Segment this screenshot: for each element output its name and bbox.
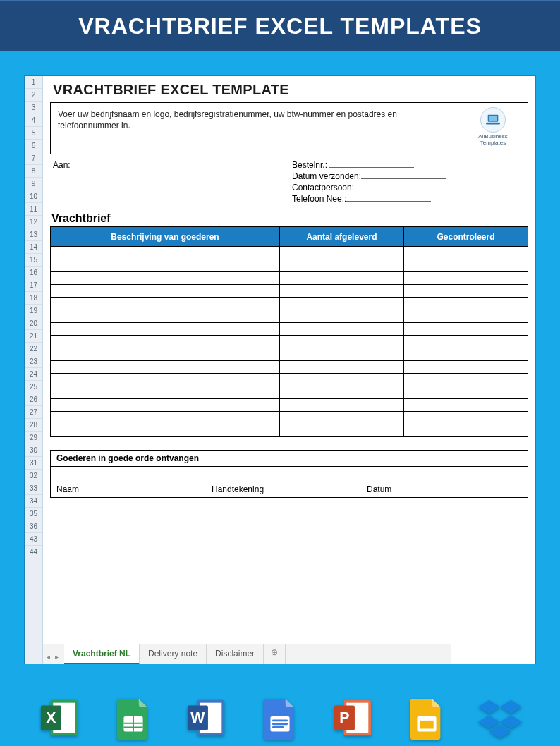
row-number[interactable]: 32 (25, 470, 42, 482)
row-number[interactable]: 31 (25, 457, 42, 470)
row-number[interactable]: 3 (25, 102, 42, 114)
app-icon-row: X W P (0, 690, 560, 746)
row-number[interactable]: 21 (25, 330, 42, 343)
table-row[interactable] (51, 259, 528, 272)
svg-marker-21 (478, 715, 500, 728)
table-row[interactable] (51, 285, 528, 298)
table-row[interactable] (51, 323, 528, 336)
row-number[interactable]: 25 (25, 381, 42, 393)
row-number[interactable]: 43 (25, 533, 42, 546)
gdocs-icon[interactable] (258, 696, 302, 740)
datum-field[interactable] (361, 172, 446, 179)
company-info-text: Voer uw bedrijfsnaam en logo, bedrijfsre… (58, 109, 397, 130)
svg-rect-18 (420, 721, 433, 729)
row-number[interactable]: 18 (25, 292, 42, 305)
row-number[interactable]: 12 (25, 216, 42, 228)
table-row[interactable] (51, 272, 528, 285)
row-number[interactable]: 35 (25, 508, 42, 520)
word-icon[interactable]: W (185, 696, 229, 740)
table-row[interactable] (51, 298, 528, 310)
bestelnr-field[interactable] (329, 161, 414, 168)
row-number[interactable]: 11 (25, 203, 42, 216)
allbusinesstemplates-badge: AllBusiness Templates (467, 107, 519, 147)
row-number[interactable]: 23 (25, 355, 42, 368)
title-bar: VRACHTBRIEF EXCEL TEMPLATES (0, 0, 560, 51)
tab-nav-arrows[interactable]: ◂▸ (44, 653, 60, 661)
row-number[interactable]: 20 (25, 317, 42, 330)
row-number[interactable]: 17 (25, 279, 42, 292)
tab-disclaimer[interactable]: Disclaimer (207, 644, 264, 664)
row-number[interactable]: 44 (25, 546, 42, 558)
row-number[interactable]: 16 (25, 267, 42, 279)
row-number[interactable]: 29 (25, 432, 42, 444)
col-gecontroleerd: Gecontroleerd (403, 227, 528, 247)
tab-delivery-note[interactable]: Delivery note (140, 644, 207, 664)
bestelnr-label: Bestelnr.: (292, 160, 327, 170)
dropbox-icon[interactable] (478, 696, 522, 740)
table-row[interactable] (51, 348, 528, 361)
table-row[interactable] (51, 361, 528, 374)
row-number[interactable]: 9 (25, 178, 42, 190)
vrachtbrief-section-heading: Vrachtbrief (51, 212, 528, 225)
row-number[interactable]: 6 (25, 140, 42, 152)
excel-icon[interactable]: X (38, 696, 82, 740)
svg-marker-20 (500, 700, 522, 714)
svg-marker-23 (489, 725, 511, 738)
receipt-datum-label: Datum (367, 484, 391, 494)
add-sheet-button[interactable]: ⊕ (264, 644, 286, 664)
row-number[interactable]: 26 (25, 393, 42, 406)
row-number[interactable]: 34 (25, 495, 42, 508)
svg-text:X: X (46, 709, 56, 726)
row-number[interactable]: 2 (25, 89, 42, 102)
col-beschrijving: Beschrijving van goederen (51, 227, 280, 247)
goods-table: Beschrijving van goederen Aantal afgelev… (50, 226, 528, 437)
row-number[interactable]: 14 (25, 241, 42, 254)
row-number[interactable]: 1 (25, 76, 42, 89)
tab-vrachtbrief-nl[interactable]: Vrachtbrief NL (64, 644, 140, 664)
svg-text:P: P (339, 709, 349, 726)
svg-rect-2 (486, 123, 500, 125)
row-number[interactable]: 28 (25, 419, 42, 432)
preview-wrap: 1234567891011121314151617181920212223242… (0, 51, 560, 688)
receipt-box: Goederen in goede orde ontvangen Naam Ha… (50, 450, 528, 498)
table-row[interactable] (51, 310, 528, 323)
table-row[interactable] (51, 412, 528, 424)
table-row[interactable] (51, 336, 528, 348)
row-number[interactable]: 36 (25, 520, 42, 533)
row-number[interactable]: 30 (25, 444, 42, 457)
row-number[interactable]: 8 (25, 165, 42, 178)
table-row[interactable] (51, 374, 528, 386)
svg-marker-19 (478, 700, 500, 714)
row-number-gutter: 1234567891011121314151617181920212223242… (25, 76, 43, 664)
row-number[interactable]: 5 (25, 127, 42, 140)
table-row[interactable] (51, 424, 528, 437)
gslides-icon[interactable] (405, 696, 449, 740)
svg-marker-22 (500, 715, 522, 728)
telefoon-field[interactable] (346, 195, 431, 202)
page-title: VRACHTBRIEF EXCEL TEMPLATES (0, 13, 560, 39)
row-number[interactable]: 15 (25, 254, 42, 267)
col-aantal: Aantal afgeleverd (279, 227, 403, 247)
row-number[interactable]: 10 (25, 190, 42, 203)
aan-label: Aan: (53, 160, 71, 170)
row-number[interactable]: 33 (25, 482, 42, 495)
row-number[interactable]: 22 (25, 343, 42, 355)
gsheets-icon[interactable] (111, 696, 155, 740)
receipt-heading: Goederen in goede orde ontvangen (51, 451, 528, 467)
row-number[interactable]: 19 (25, 305, 42, 317)
powerpoint-icon[interactable]: P (331, 696, 375, 740)
row-number[interactable]: 24 (25, 368, 42, 381)
row-number[interactable]: 7 (25, 152, 42, 165)
table-row[interactable] (51, 386, 528, 399)
row-number[interactable]: 27 (25, 406, 42, 419)
meta-fields: Aan: Bestelnr.: Datum verzonden: Contact… (50, 159, 528, 209)
receipt-handtekening-label: Handtekening (212, 484, 264, 494)
laptop-icon (480, 107, 506, 133)
sheet-body: VRACHTBRIEF EXCEL TEMPLATE Voer uw bedri… (43, 76, 535, 644)
table-row[interactable] (51, 399, 528, 412)
table-row[interactable] (51, 247, 528, 259)
row-number[interactable]: 13 (25, 228, 42, 241)
spreadsheet-preview: 1234567891011121314151617181920212223242… (24, 75, 536, 664)
contact-field[interactable] (356, 183, 441, 190)
row-number[interactable]: 4 (25, 114, 42, 127)
